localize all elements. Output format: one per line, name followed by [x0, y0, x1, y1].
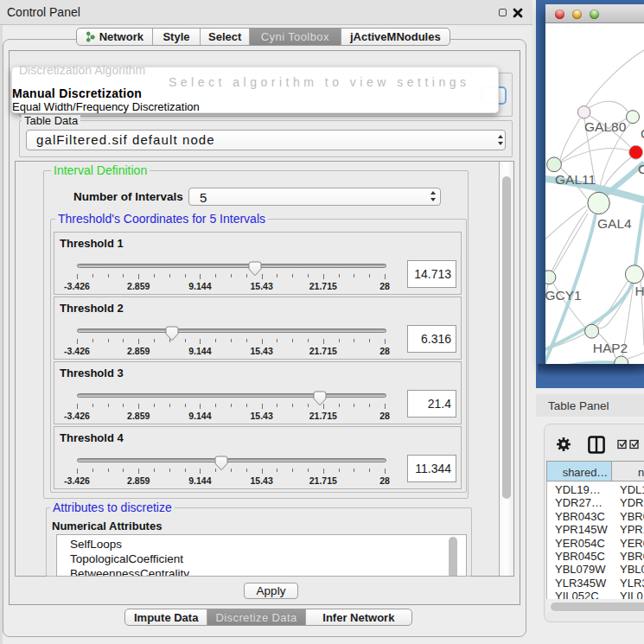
svg-text:GAL4: GAL4	[597, 216, 632, 231]
svg-text:GCY1: GCY1	[545, 288, 582, 303]
svg-text:GA: GA	[641, 126, 644, 141]
svg-text:HA: HA	[635, 284, 644, 298]
svg-text:CA: CA	[638, 162, 644, 176]
svg-text:HAP2: HAP2	[593, 341, 628, 355]
svg-text:GAL11: GAL11	[555, 172, 596, 187]
svg-text:GAL80: GAL80	[584, 119, 627, 134]
